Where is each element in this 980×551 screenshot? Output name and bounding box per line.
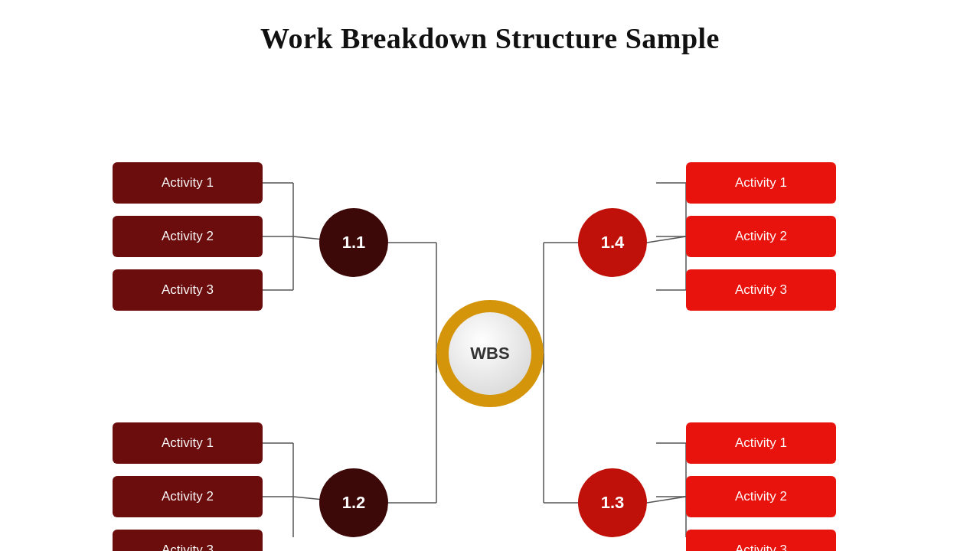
right-bottom-activity-3: Activity 3 bbox=[686, 530, 836, 551]
node-1-4: 1.4 bbox=[578, 208, 647, 277]
left-top-activity-2: Activity 2 bbox=[113, 216, 263, 257]
left-bottom-activity-1: Activity 1 bbox=[113, 422, 263, 464]
page-title: Work Breakdown Structure Sample bbox=[0, 0, 980, 63]
left-bottom-activity-3: Activity 3 bbox=[113, 530, 263, 551]
wbs-center: WBS bbox=[436, 300, 544, 407]
node-1-3: 1.3 bbox=[578, 468, 647, 537]
right-top-activity-1: Activity 1 bbox=[686, 162, 836, 204]
svg-line-38 bbox=[647, 497, 686, 503]
node-1-2: 1.2 bbox=[319, 468, 388, 537]
right-bottom-activity-1: Activity 1 bbox=[686, 422, 836, 464]
right-bottom-activity-2: Activity 2 bbox=[686, 476, 836, 517]
left-top-activity-1: Activity 1 bbox=[113, 162, 263, 204]
left-bottom-activity-2: Activity 2 bbox=[113, 476, 263, 517]
right-top-activity-3: Activity 3 bbox=[686, 269, 836, 311]
wbs-label: WBS bbox=[449, 312, 531, 395]
right-top-activity-2: Activity 2 bbox=[686, 216, 836, 257]
svg-line-33 bbox=[647, 236, 686, 243]
wbs-diagram: Activity 1 Activity 2 Activity 3 Activit… bbox=[0, 63, 980, 537]
node-1-1: 1.1 bbox=[319, 208, 388, 277]
left-top-activity-3: Activity 3 bbox=[113, 269, 263, 311]
